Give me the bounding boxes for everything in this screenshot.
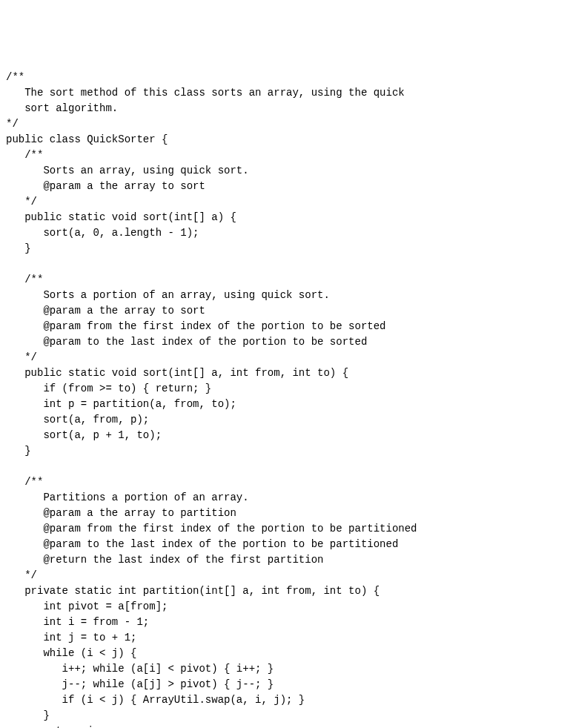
code-listing: /** The sort method of this class sorts … [6, 70, 567, 728]
